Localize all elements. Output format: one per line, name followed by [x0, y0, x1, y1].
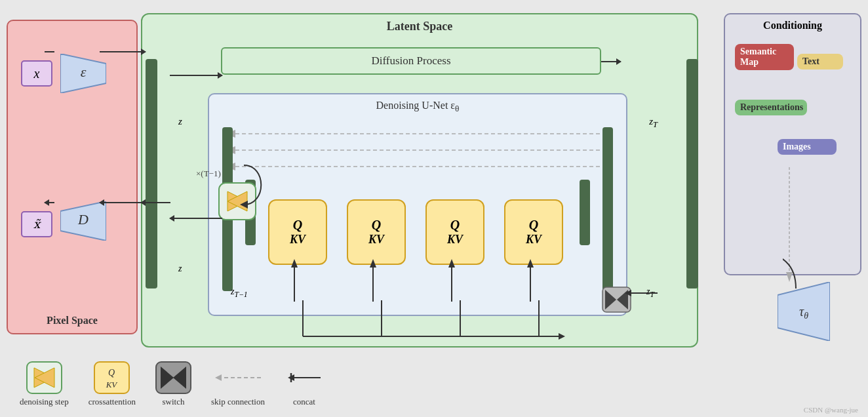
arrow-zt-switch: [621, 283, 661, 303]
z-label-left: z: [178, 116, 182, 127]
arrow-dec-xtilde: [45, 202, 54, 203]
legend-skip-label: skip connection: [211, 397, 265, 407]
unet-box: Denoising U-Net εθ Q KV: [208, 93, 627, 316]
qkv-block-2: Q KV: [347, 199, 406, 265]
vbar-right-inner: [580, 180, 590, 245]
svg-marker-11: [291, 259, 298, 268]
diffusion-process-label: Diffusion Process: [371, 54, 450, 68]
arrow-lat-to-dec: [141, 202, 170, 203]
diffusion-process-box: Diffusion Process: [221, 47, 601, 75]
svg-text:ε: ε: [81, 64, 87, 80]
legend-crossattention: Q KV crossattention: [89, 361, 136, 407]
qkv-block-1: Q KV: [268, 199, 327, 265]
cond-text: Text: [797, 54, 843, 70]
cond-images: Images: [778, 139, 837, 155]
latent-space-box: Latent Space Diffusion Process Denoising…: [141, 13, 698, 348]
legend-switch: switch: [155, 361, 191, 407]
svg-marker-25: [625, 290, 631, 296]
arrow-enc-to-z: [100, 51, 146, 52]
cond-representations: Representations: [735, 100, 807, 115]
x-variable: x: [21, 60, 52, 87]
svg-marker-15: [448, 259, 455, 268]
arrow-dec-to-xtilde: [100, 202, 141, 203]
svg-marker-48: [215, 374, 222, 381]
legend-switch-icon: [155, 361, 191, 394]
legend-concat-icon: [285, 361, 324, 394]
conditioning-label: Conditioning: [763, 20, 822, 31]
pixel-space-box: x x̃ ε D Pixel Space: [7, 20, 138, 334]
diffusion-arrow: [601, 61, 621, 62]
xtilde-variable: x̃: [21, 211, 52, 237]
tau-connections: [273, 297, 568, 343]
z-t1-label: zT−1: [231, 287, 248, 299]
arrow-lat-dec: [170, 218, 222, 219]
pixel-space-label: Pixel Space: [47, 315, 98, 327]
svg-marker-17: [527, 259, 534, 268]
svg-text:KV: KV: [106, 380, 119, 389]
arrow-x-enc: [45, 51, 54, 52]
legend-denoising-icon: [26, 361, 62, 394]
cond-semantic-map: Semantic Map: [735, 44, 794, 70]
legend: denoising step Q KV crossattention: [20, 361, 324, 407]
unet-skip-arrows: [216, 114, 622, 193]
watermark: CSDN @wang-jue: [804, 406, 858, 414]
z-label-right: zT: [649, 116, 658, 130]
unet-label: Denoising U-Net εθ: [376, 100, 460, 114]
svg-marker-32: [559, 333, 565, 340]
legend-crossattention-icon: Q KV: [94, 361, 130, 394]
vbar-main-left: [146, 59, 157, 288]
legend-skip: skip connection: [211, 361, 265, 407]
z-bottom-left: z: [178, 264, 182, 274]
loop-arrow: [218, 159, 270, 211]
legend-switch-label: switch: [162, 397, 184, 407]
legend-denoising: denoising step: [20, 361, 69, 407]
legend-denoising-label: denoising step: [20, 397, 69, 407]
qkv-block-4: Q KV: [504, 199, 563, 265]
svg-text:Q: Q: [108, 368, 115, 378]
legend-concat: concat: [285, 361, 324, 407]
legend-skip-icon: [212, 361, 264, 394]
arrow-enc-lat: [170, 75, 222, 76]
main-container: x x̃ ε D Pixel Space Latent Space: [0, 0, 868, 417]
encoder: ε: [60, 54, 106, 93]
legend-crossattention-label: crossattention: [89, 397, 136, 407]
svg-marker-13: [370, 259, 376, 268]
decoder: D: [60, 201, 106, 241]
tau-to-qkv-arrow: [783, 229, 809, 295]
latent-space-label: Latent Space: [387, 20, 453, 33]
qkv-block-3: Q KV: [425, 199, 484, 265]
vbar-main-right: [686, 59, 698, 288]
svg-text:D: D: [77, 211, 89, 228]
vbar-right-outer: [602, 127, 613, 291]
legend-concat-label: concat: [293, 397, 315, 407]
